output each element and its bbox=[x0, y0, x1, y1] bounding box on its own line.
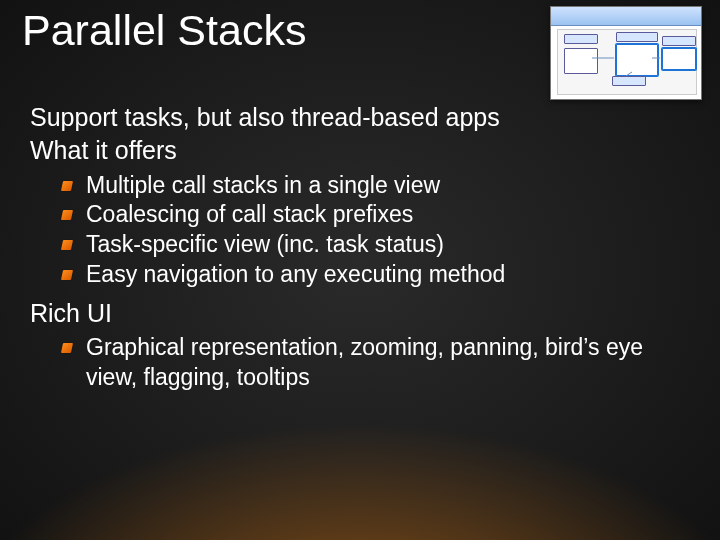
rich-bullet-list: Graphical representation, zooming, panni… bbox=[30, 333, 690, 393]
list-item: Task-specific view (inc. task status) bbox=[86, 230, 690, 260]
thumbnail-connectors bbox=[558, 30, 696, 94]
list-item: Coalescing of call stack prefixes bbox=[86, 200, 690, 230]
body-line-rich: Rich UI bbox=[30, 298, 690, 329]
body-line-offers: What it offers bbox=[30, 135, 690, 166]
body-line-support: Support tasks, but also thread-based app… bbox=[30, 102, 690, 133]
list-item: Easy navigation to any executing method bbox=[86, 260, 690, 290]
slide-body: Support tasks, but also thread-based app… bbox=[30, 102, 690, 401]
slide: Parallel Stacks Support tasks, but also … bbox=[0, 0, 720, 540]
list-item: Graphical representation, zooming, panni… bbox=[86, 333, 690, 393]
thumbnail-ribbon bbox=[551, 7, 701, 26]
thumbnail-canvas bbox=[557, 29, 697, 95]
offers-bullet-list: Multiple call stacks in a single view Co… bbox=[30, 171, 690, 291]
slide-title: Parallel Stacks bbox=[22, 6, 306, 55]
list-item: Multiple call stacks in a single view bbox=[86, 171, 690, 201]
screenshot-thumbnail bbox=[550, 6, 702, 100]
